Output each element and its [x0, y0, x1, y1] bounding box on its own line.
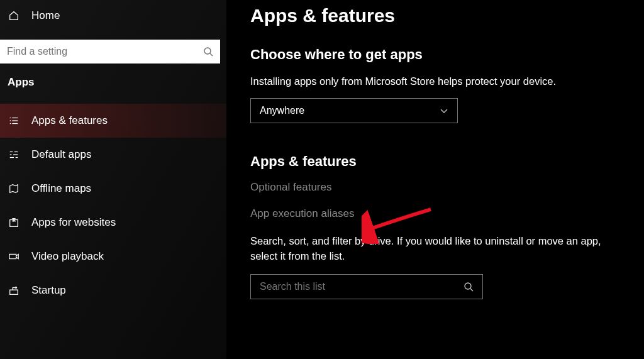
- sidebar-item-label: Apps for websites: [31, 216, 116, 229]
- search-wrap: [0, 40, 226, 64]
- open-icon: [8, 216, 20, 229]
- apps-list-search-input[interactable]: [260, 281, 464, 292]
- map-icon: [8, 182, 20, 195]
- sidebar-item-video-playback[interactable]: Video playback: [0, 240, 226, 273]
- sidebar-item-label: Startup: [31, 284, 66, 297]
- settings-search-input[interactable]: [7, 46, 203, 57]
- svg-rect-16: [10, 290, 18, 294]
- apps-list-search[interactable]: [250, 274, 483, 299]
- nav-home[interactable]: Home: [0, 0, 226, 31]
- sidebar-item-startup[interactable]: Startup: [0, 273, 226, 307]
- sidebar-item-label: Apps & features: [31, 114, 108, 127]
- sidebar-section-label: Apps: [0, 70, 226, 92]
- startup-icon: [8, 284, 20, 297]
- list-icon: [8, 114, 20, 127]
- filter-desc: Search, sort, and filter by drive. If yo…: [250, 234, 625, 264]
- sidebar-item-label: Offline maps: [31, 182, 91, 195]
- chevron-down-icon: [440, 106, 448, 115]
- app-source-value: Anywhere: [260, 105, 304, 116]
- sidebar-item-label: Default apps: [31, 148, 91, 161]
- svg-point-0: [204, 48, 211, 54]
- sidebar-item-apps-websites[interactable]: Apps for websites: [0, 206, 226, 240]
- video-icon: [8, 250, 20, 263]
- app-source-select[interactable]: Anywhere: [250, 98, 458, 123]
- page-title: Apps & features: [250, 5, 625, 26]
- nav-home-label: Home: [31, 9, 60, 22]
- section-heading-source: Choose where to get apps: [250, 47, 625, 63]
- sidebar-item-apps-features[interactable]: Apps & features: [0, 104, 226, 138]
- search-icon: [464, 282, 474, 292]
- sidebar-item-default-apps[interactable]: Default apps: [0, 138, 226, 172]
- sidebar-item-offline-maps[interactable]: Offline maps: [0, 172, 226, 206]
- svg-point-17: [465, 283, 471, 289]
- sidebar: Home Apps: [0, 0, 226, 359]
- section-source-desc: Installing apps only from Microsoft Stor…: [250, 74, 625, 89]
- main-content: Apps & features Choose where to get apps…: [226, 0, 644, 359]
- settings-search[interactable]: [0, 40, 220, 64]
- subnav: Apps & features Default apps: [0, 104, 226, 307]
- home-icon: [8, 9, 20, 22]
- link-optional-features[interactable]: Optional features: [250, 181, 625, 194]
- link-app-execution-aliases[interactable]: App execution aliases: [250, 207, 625, 220]
- defaults-icon: [8, 148, 20, 161]
- svg-rect-15: [9, 254, 16, 258]
- sidebar-item-label: Video playback: [31, 250, 104, 263]
- svg-line-1: [210, 53, 213, 56]
- svg-line-18: [470, 289, 473, 291]
- search-icon: [203, 47, 213, 57]
- section-heading-apps: Apps & features: [250, 153, 625, 170]
